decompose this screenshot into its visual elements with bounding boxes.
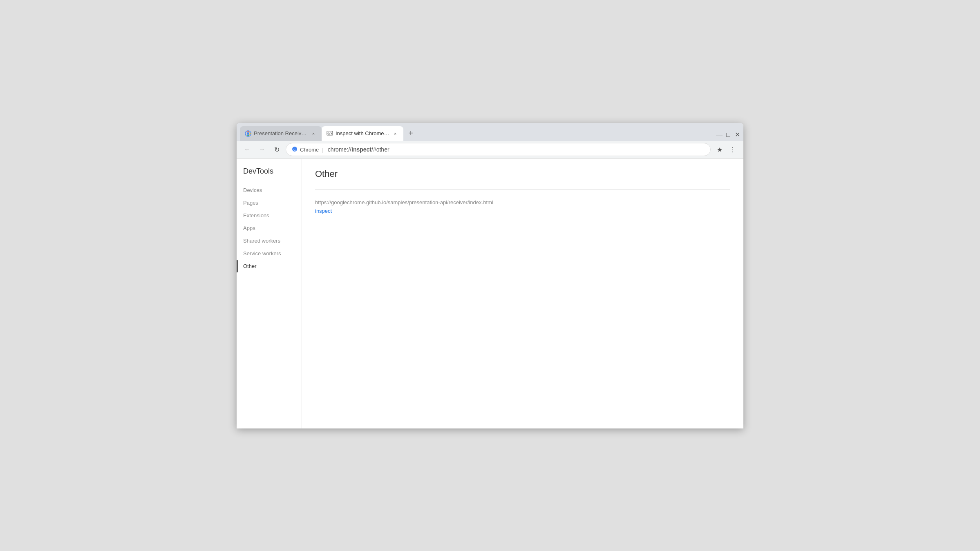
secure-icon: C <box>292 146 298 153</box>
new-tab-button[interactable]: + <box>405 128 416 139</box>
svg-point-1 <box>247 132 249 135</box>
inspect-link[interactable]: inspect <box>315 208 332 214</box>
back-button[interactable]: ← <box>242 144 253 155</box>
sidebar-item-extensions[interactable]: Extensions <box>237 209 302 222</box>
sidebar-item-shared-workers[interactable]: Shared workers <box>237 234 302 247</box>
sidebar-item-pages[interactable]: Pages <box>237 196 302 209</box>
sidebar-apps-label: Apps <box>243 225 255 231</box>
tab-inspect[interactable]: Inspect with Chrome Dev… × <box>322 126 403 141</box>
browser-window: Presentation Receiver A… × Inspect with … <box>237 123 743 428</box>
main-content: Other https://googlechrome.github.io/sam… <box>302 159 743 428</box>
tab-inspect-close[interactable]: × <box>392 130 398 137</box>
page-body: DevTools Devices Pages Extensions Apps S… <box>237 159 743 428</box>
forward-button[interactable]: → <box>256 144 268 155</box>
sidebar-service-workers-label: Service workers <box>243 250 281 257</box>
more-button[interactable]: ⋮ <box>727 144 738 155</box>
presentation-tab-icon <box>245 130 251 137</box>
sidebar-shared-workers-label: Shared workers <box>243 238 280 244</box>
url-bar-actions: ★ ⋮ <box>714 144 738 155</box>
url-bold: inspect <box>351 146 371 153</box>
content-divider <box>315 189 730 190</box>
sidebar-item-other[interactable]: Other <box>237 260 302 272</box>
entry-item: https://googlechrome.github.io/samples/p… <box>315 198 730 216</box>
url-divider: | <box>322 147 323 153</box>
address-bar: ← → ↻ C Chrome | chrome://inspect/#other… <box>237 141 743 159</box>
tab-inspect-title: Inspect with Chrome Dev… <box>336 130 389 136</box>
url-text: chrome://inspect/#other <box>328 146 389 153</box>
sidebar-other-label: Other <box>243 263 257 269</box>
sidebar-extensions-label: Extensions <box>243 212 269 219</box>
sidebar-item-devices[interactable]: Devices <box>237 184 302 196</box>
sidebar-item-service-workers[interactable]: Service workers <box>237 247 302 260</box>
url-suffix: /#other <box>371 146 389 153</box>
url-bar[interactable]: C Chrome | chrome://inspect/#other <box>286 143 711 156</box>
window-controls: — □ ✕ <box>716 132 740 141</box>
svg-text:C: C <box>293 147 296 151</box>
entry-url: https://googlechrome.github.io/samples/p… <box>315 199 730 205</box>
tab-presentation-close[interactable]: × <box>310 130 317 137</box>
sidebar-pages-label: Pages <box>243 200 258 206</box>
tab-presentation-title: Presentation Receiver A… <box>254 130 308 136</box>
tab-presentation[interactable]: Presentation Receiver A… × <box>240 126 322 141</box>
title-bar: Presentation Receiver A… × Inspect with … <box>237 123 743 141</box>
devtools-tab-icon <box>327 130 333 137</box>
bookmark-button[interactable]: ★ <box>714 144 725 155</box>
sidebar-devices-label: Devices <box>243 187 262 193</box>
minimize-button[interactable]: — <box>716 132 722 138</box>
reload-button[interactable]: ↻ <box>271 144 282 155</box>
page-title: Other <box>315 169 730 179</box>
sidebar-item-apps[interactable]: Apps <box>237 222 302 234</box>
sidebar: DevTools Devices Pages Extensions Apps S… <box>237 159 302 428</box>
url-secure-label: Chrome <box>300 147 319 153</box>
close-button[interactable]: ✕ <box>734 132 740 138</box>
maximize-button[interactable]: □ <box>725 132 731 138</box>
sidebar-title: DevTools <box>237 167 302 184</box>
